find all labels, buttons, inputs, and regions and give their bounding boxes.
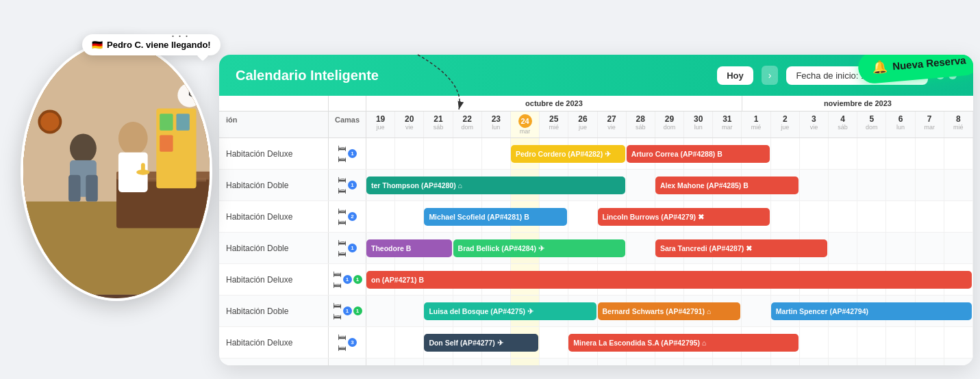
hoy-button[interactable]: Hoy (717, 66, 753, 85)
nav-forward-button[interactable]: › (762, 66, 779, 85)
day-cell-0-15 (800, 138, 829, 169)
day-cell-0-20 (944, 138, 973, 169)
day-header-23: 23lun (482, 112, 511, 138)
day-cell-2-0 (366, 201, 395, 232)
day-cell-1-17 (857, 170, 886, 200)
booking-bar-AP4282[interactable]: Pedro Cordero (AP#4282) ✈ (511, 145, 625, 163)
day-cell-7-11 (684, 358, 713, 365)
booking-bar-AP42795[interactable]: Minera La Escondida S.A (AP#42795) ⌂ (568, 334, 799, 352)
booking-bar-AP42794[interactable]: Martin Spencer (AP#42794) (771, 302, 972, 320)
dots-decoration: · · · (171, 29, 188, 43)
day-cell-1-20 (944, 170, 973, 200)
nueva-reserva-label: Nueva Reserva (892, 55, 967, 72)
day-cell-2-20 (944, 201, 973, 232)
day-cell-1-19 (916, 170, 944, 200)
app-container: 🇩🇪 Pedro C. viene llegando! · · · Calend… (0, 0, 980, 379)
day-header-29: 29dom (655, 112, 684, 138)
svg-rect-15 (160, 135, 173, 151)
calendar-title: Calendario Inteligente (236, 68, 379, 83)
day-cell-7-20 (944, 358, 973, 365)
photo-inner (23, 44, 210, 298)
booking-bar-AP4283[interactable]: Theodore B (366, 239, 452, 257)
day-cell-7-12 (713, 358, 742, 365)
day-cell-0-1 (395, 138, 424, 169)
room-name-4: Habitación Deluxe (219, 264, 329, 295)
beds-cell-6: 🛏🛏3 (329, 327, 366, 358)
day-cell-2-17 (857, 201, 886, 232)
booking-bar-AP4280[interactable]: ter Thompson (AP#4280) ⌂ (366, 177, 625, 194)
day-cell-3-19 (916, 233, 944, 263)
day-cell-0-17 (857, 138, 886, 169)
day-header-7: 7mar (916, 112, 944, 138)
day-cell-6-18 (886, 327, 915, 358)
day-cell-2-7 (568, 201, 597, 232)
day-header-4: 4sáb (829, 112, 857, 138)
day-header-27: 27vie (598, 112, 627, 138)
day-cell-0-14 (771, 138, 800, 169)
svg-rect-19 (141, 163, 145, 172)
bed-badge-4: 1 (343, 275, 352, 284)
day-cell-7-15 (800, 358, 829, 365)
booking-bar-AP4288[interactable]: Arturo Correa (AP#4288) B (627, 145, 770, 163)
day-headers: 19jue20vie21sáb22dom23lun24mar25mié26jue… (366, 112, 973, 138)
days-area-6: Don Self (AP#4277) ✈Minera La Escondida … (366, 327, 973, 358)
day-cell-0-3 (453, 138, 482, 169)
booking-bar-AP4271[interactable]: on (AP#4271) B (366, 271, 972, 289)
day-cell-0-18 (886, 138, 915, 169)
svg-point-17 (40, 112, 59, 131)
day-cell-7-17 (857, 358, 886, 365)
bell-icon: 🔔 (872, 59, 888, 75)
beds-col-label (329, 96, 366, 103)
day-cell-2-15 (800, 201, 829, 232)
day-cell-0-19 (916, 138, 944, 169)
days-area-7: Minera La Escondida S.A (AP#42802) B (366, 358, 973, 365)
day-cell-3-16 (829, 233, 857, 263)
day-cell-7-18 (886, 358, 915, 365)
bed-badge-6: 3 (348, 338, 357, 347)
grid-rows: Habitación Deluxe🛏🛏1Pedro Cordero (AP#42… (219, 138, 973, 365)
booking-bar-AP4285[interactable]: Alex Mahone (AP#4285) B (655, 177, 799, 194)
day-cell-6-19 (916, 327, 944, 358)
booking-bar-AP42802[interactable]: Minera La Escondida S.A (AP#42802) B (395, 365, 740, 366)
booking-bar-AP4279[interactable]: Lincoln Burrows (AP#4279) ✖ (598, 208, 770, 226)
days-area-3: Theodore BBrad Bellick (AP#4284) ✈Sara T… (366, 233, 973, 263)
days-area-5: Luisa del Bosque (AP#4275) ✈Bernard Schw… (366, 296, 973, 326)
svg-point-10 (118, 122, 148, 155)
bed-badge2-4: 1 (353, 275, 362, 284)
day-cell-7-6 (540, 358, 568, 365)
day-header-3: 3vie (800, 112, 829, 138)
room-row-4: Habitación Deluxe🛏🛏11on (AP#4271) B (219, 264, 973, 296)
room-row-0: Habitación Deluxe🛏🛏1Pedro Cordero (AP#42… (219, 138, 973, 170)
booking-bar-AP42791[interactable]: Bernard Schwarts (AP#42791) ⌂ (598, 302, 741, 320)
days-area-1: ter Thompson (AP#4280) ⌂Alex Mahone (AP#… (366, 170, 973, 200)
day-cell-1-18 (886, 170, 915, 200)
booking-bar-AP4275[interactable]: Luisa del Bosque (AP#4275) ✈ (424, 302, 596, 320)
day-cell-6-20 (944, 327, 973, 358)
day-cell-2-16 (829, 201, 857, 232)
day-header-19: 19jue (366, 112, 395, 138)
room-name-5: Habitación Doble (219, 296, 329, 326)
room-row-3: Habitación Doble🛏🛏1Theodore BBrad Bellic… (219, 233, 973, 264)
room-name-1: Habitación Doble (219, 170, 329, 200)
calendar-panel: Calendario Inteligente Hoy › Fecha de in… (219, 55, 973, 365)
day-header-24: 24mar (511, 112, 540, 138)
day-header-26: 26jue (568, 112, 597, 138)
day-cell-7-7 (568, 358, 597, 365)
calendar-grid-container: octubre de 2023 noviembre de 2023 ión Ca… (219, 96, 973, 365)
days-area-0: Pedro Cordero (AP#4282) ✈Arturo Correa (… (366, 138, 973, 169)
november-label: noviembre de 2023 (742, 96, 973, 111)
booking-bar-AP4284[interactable]: Brad Bellick (AP#4284) ✈ (453, 239, 625, 257)
booking-bar-AP4287[interactable]: Sara Tancredi (AP#4287) ✖ (655, 239, 827, 257)
booking-bar-AP4277[interactable]: Don Self (AP#4277) ✈ (424, 334, 538, 352)
beds-cell-5: 🛏🛏11 (329, 296, 366, 326)
beds-cell-7: 🛏🛏11 (329, 358, 366, 365)
booking-bar-AP4281[interactable]: Michael Scofield (AP#4281) B (424, 208, 567, 226)
day-cell-7-10 (655, 358, 684, 365)
day-headers-row: ión Camas 19jue20vie21sáb22dom23lun24mar… (219, 112, 973, 138)
svg-rect-9 (86, 175, 97, 202)
room-name-3: Habitación Doble (219, 233, 329, 263)
day-cell-3-17 (857, 233, 886, 263)
day-cell-2-14 (771, 201, 800, 232)
room-name-6: Habitación Deluxe (219, 327, 329, 358)
bed-badge-2: 2 (348, 212, 357, 221)
